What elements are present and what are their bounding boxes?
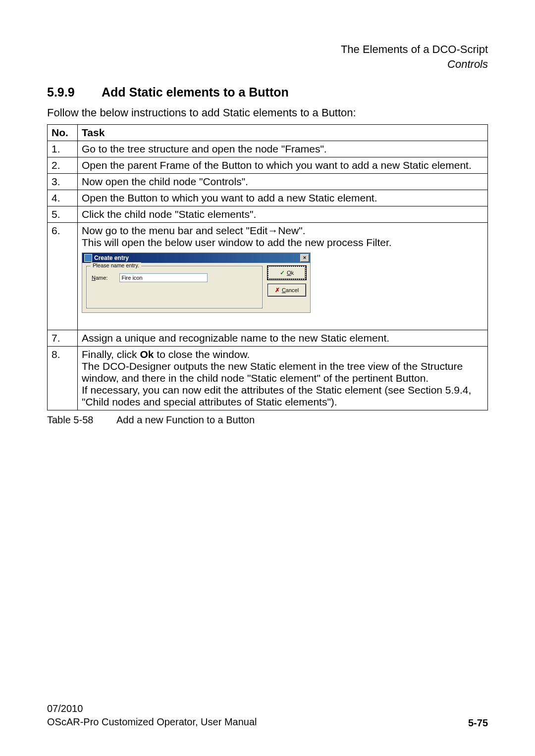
section-title: Add Static elements to a Button xyxy=(102,85,289,99)
header-subtitle: Controls xyxy=(47,57,488,72)
table-header-row: No. Task xyxy=(48,125,488,141)
groupbox-legend: Please name entry. xyxy=(91,262,141,268)
footer-left: 07/2010 OScAR-Pro Customized Operator, U… xyxy=(47,702,257,729)
cell-task: Assign a unique and recognizable name to… xyxy=(78,330,488,347)
table-row: 2. Open the parent Frame of the Button t… xyxy=(48,157,488,174)
cell-no: 4. xyxy=(48,190,78,206)
footer-doc: OScAR-Pro Customized Operator, User Manu… xyxy=(47,715,257,729)
dialog-buttons: ✓ Ok ✗ Cancel xyxy=(268,266,306,308)
table-caption: Table 5-58Add a new Function to a Button xyxy=(47,414,488,426)
page: The Elements of a DCO-Script Controls 5.… xyxy=(0,0,535,756)
cancel-button[interactable]: ✗ Cancel xyxy=(268,284,306,297)
ok-button-label: Ok xyxy=(287,270,294,276)
table-row: 1. Go to the tree structure and open the… xyxy=(48,141,488,157)
cell-no: 2. xyxy=(48,157,78,174)
col-no: No. xyxy=(48,125,78,141)
task8-line2: The DCO-Designer outputs the new Static … xyxy=(82,360,463,384)
page-footer: 07/2010 OScAR-Pro Customized Operator, U… xyxy=(47,702,488,729)
footer-page-number: 5-75 xyxy=(468,717,488,729)
task-table: No. Task 1. Go to the tree structure and… xyxy=(47,124,488,410)
table-row: 6. Now go to the menu bar and select "Ed… xyxy=(48,223,488,330)
footer-date: 07/2010 xyxy=(47,702,257,715)
col-task: Task xyxy=(78,125,488,141)
dialog-app-icon xyxy=(84,254,92,262)
cell-task: Click the child node "Static elements". xyxy=(78,206,488,223)
table-row: 8. Finally, click Ok to close the window… xyxy=(48,347,488,410)
task8-ok-bold: Ok xyxy=(140,349,154,360)
section-heading: 5.9.9Add Static elements to a Button xyxy=(47,85,488,100)
task8-line1c: to close the window. xyxy=(154,349,250,360)
table-row: 7. Assign a unique and recognizable name… xyxy=(48,330,488,347)
dialog-title: Create entry xyxy=(94,254,300,261)
name-groupbox: Please name entry. Name: xyxy=(86,266,263,308)
create-entry-dialog: Create entry × Please name entry. Name: xyxy=(82,252,311,313)
cell-task: Go to the tree structure and open the no… xyxy=(78,141,488,157)
name-input[interactable] xyxy=(119,273,208,282)
ok-button[interactable]: ✓ Ok xyxy=(268,266,306,280)
cell-no: 7. xyxy=(48,330,78,347)
running-header: The Elements of a DCO-Script Controls xyxy=(47,42,488,71)
caption-text: Add a new Function to a Button xyxy=(116,414,255,425)
cell-no: 6. xyxy=(48,223,78,330)
cell-no: 5. xyxy=(48,206,78,223)
table-row: 3. Now open the child node "Controls". xyxy=(48,174,488,190)
section-number: 5.9.9 xyxy=(47,85,102,100)
cell-no: 3. xyxy=(48,174,78,190)
cell-task: Finally, click Ok to close the window. T… xyxy=(78,347,488,410)
task6-line1: Now go to the menu bar and select "Edit→… xyxy=(82,225,483,237)
task8-line3: If necessary, you can now edit the attri… xyxy=(82,384,471,407)
section-intro: Follow the below instructions to add Sta… xyxy=(47,106,488,119)
dialog-body: Please name entry. Name: ✓ Ok xyxy=(82,263,310,312)
cell-task: Now open the child node "Controls". xyxy=(78,174,488,190)
caption-label: Table 5-58 xyxy=(47,414,116,426)
header-title: The Elements of a DCO-Script xyxy=(47,42,488,57)
table-row: 4. Open the Button to which you want to … xyxy=(48,190,488,206)
check-icon: ✓ xyxy=(280,269,285,276)
cancel-button-label: Cancel xyxy=(282,287,299,293)
cell-task: Open the parent Frame of the Button to w… xyxy=(78,157,488,174)
cross-icon: ✗ xyxy=(275,287,280,294)
dialog-titlebar: Create entry × xyxy=(82,253,310,263)
cell-no: 1. xyxy=(48,141,78,157)
table-row: 5. Click the child node "Static elements… xyxy=(48,206,488,223)
name-label: Name: xyxy=(92,275,107,281)
cell-no: 8. xyxy=(48,347,78,410)
close-icon[interactable]: × xyxy=(300,254,309,262)
task8-line1a: Finally, click xyxy=(82,349,140,360)
cell-task: Now go to the menu bar and select "Edit→… xyxy=(78,223,488,330)
task6-line2: This will open the below user window to … xyxy=(82,237,483,249)
name-field-row: Name: xyxy=(92,273,257,282)
cell-task: Open the Button to which you want to add… xyxy=(78,190,488,206)
